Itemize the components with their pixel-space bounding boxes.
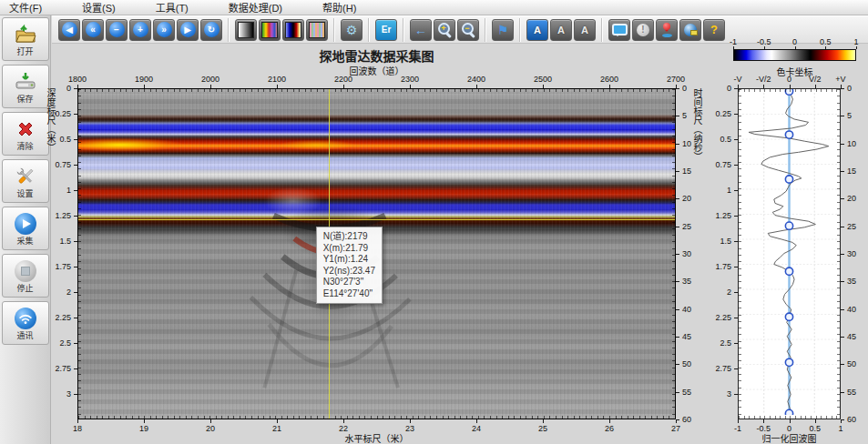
step-forward-button[interactable]: ▶ [177,19,199,41]
chat-bubble-button[interactable] [608,19,630,41]
eraser-er-button[interactable]: Er [375,19,397,41]
tick-label: 60 [682,415,691,424]
tick-label: -V [734,75,742,84]
save-disk-icon [14,70,37,94]
main-bottom-axis-ticks: 18192021222324252627 [77,419,676,434]
tick-mark [676,198,679,199]
tick-mark [676,364,679,365]
tick-label: 0.25 [715,109,731,118]
plus-button[interactable]: + [129,19,151,41]
wifi-icon [15,307,36,330]
tick-label: 27 [671,424,680,433]
step-back-icon: ◀ [62,22,77,37]
sidebar-label-clear: 清除 [16,142,33,151]
colormap-grayscale-button[interactable] [235,19,257,41]
tick-label: 0.5 [720,135,731,144]
toolbar-separator [333,18,335,42]
refresh-button[interactable]: ↻ [200,19,222,41]
alert-info-button[interactable]: ! [632,19,654,41]
fast-forward-button[interactable]: » [153,19,175,41]
menu-item-tools[interactable]: 工具(T) [152,0,192,15]
gpr-acquisition-app: 文件(F)设置(S)工具(T)数据处理(D)帮助(H) ◀«−+»▶↻⚙Er←+… [0,0,868,444]
sidebar-button-stop[interactable]: 停止 [2,254,49,298]
tick-label: 3 [66,389,71,399]
sidebar-label-comm: 通讯 [16,331,33,340]
colormap-polarity-button[interactable] [282,19,304,41]
map-pin-button[interactable] [656,19,678,41]
zoom-out-button[interactable]: − [457,19,479,41]
sidebar-button-open[interactable]: 打开 [2,17,49,61]
flag-marker-icon: ⚑ [497,24,509,36]
gain-marker [785,358,792,366]
tick-label: 0 [727,84,731,93]
tick-label: 2400 [467,75,485,84]
tick-mark [841,198,844,199]
globe-sync-button[interactable] [679,19,701,41]
tick-label: 0.75 [715,160,731,169]
tick-label: 55 [682,388,691,397]
menu-item-file[interactable]: 文件(F) [5,0,46,15]
sidebar-button-comm[interactable]: 通讯 [2,301,49,345]
stop-icon [15,259,36,283]
colormap-pastel-button[interactable] [306,19,328,41]
marker-a-active-button[interactable]: A [526,19,548,41]
tick-mark [841,144,844,145]
toolbar-separator [368,18,370,42]
undo-arrow-button[interactable]: ← [410,19,432,41]
tick-label: 45 [682,332,691,341]
tooltip-line: E114°27'40" [323,288,375,300]
tick-label: 1 [853,37,858,46]
toolbar-separator [601,18,603,42]
minus-icon: − [109,22,125,37]
sidebar-button-save[interactable]: 保存 [2,65,49,108]
radar-bscan-plot[interactable]: N(道):2179X(m):21.79Y1(m):1.24Y2(ns):23.4… [77,88,676,419]
tick-mark [676,254,679,255]
sidebar-button-clear[interactable]: 清除 [2,112,49,156]
tick-mark [476,419,477,423]
menu-item-settings[interactable]: 设置(S) [78,0,119,15]
tooltip-line: N30°27'3" [323,277,375,288]
tick-mark [738,419,739,423]
tick-mark [609,419,610,423]
flag-marker-button[interactable]: ⚑ [492,19,514,41]
crosshair-horizontal-line [78,219,675,220]
tick-label: 2.75 [55,364,71,373]
step-back-button[interactable]: ◀ [58,19,80,41]
tick-label: 30 [847,249,856,258]
tick-label: -V/2 [756,75,771,84]
trace-settings-button[interactable]: ⚙ [341,19,363,41]
tick-mark [77,419,78,423]
sidebar-button-settings[interactable]: 设置 [2,159,49,203]
tick-mark [676,419,677,423]
zoom-in-button[interactable]: + [434,19,455,41]
tick-label: 40 [682,305,691,314]
plus-icon: + [133,22,148,37]
tick-label: 22 [339,424,348,433]
marker-a-3-button[interactable]: A [574,19,596,41]
clear-x-icon [15,117,36,141]
menu-item-help[interactable]: 帮助(H) [319,0,360,15]
tick-mark [856,46,857,49]
toolbar-separator [519,18,521,42]
tick-mark [676,309,679,310]
tick-mark [676,88,679,89]
tick-label: 2.5 [720,338,731,348]
tick-mark [841,281,844,282]
tick-label: 23 [405,424,414,433]
tick-label: 0.5 [59,135,71,144]
sidebar-button-acquire[interactable]: 采集 [2,207,49,250]
step-forward-icon: ▶ [180,22,196,37]
colormap-rainbow-button[interactable] [259,19,281,41]
tick-mark [676,171,679,172]
menu-item-data-processing[interactable]: 数据处理(D) [225,0,286,15]
gain-marker [785,267,792,275]
marker-a-2-button[interactable]: A [550,19,572,41]
minus-button[interactable]: − [106,19,128,41]
toolbar-group [231,19,332,41]
tick-label: 35 [682,277,691,286]
tick-label: 5 [847,111,852,120]
help-button[interactable]: ? [703,19,725,41]
tick-mark [277,419,278,423]
fast-forward-icon: » [157,22,172,37]
rewind-button[interactable]: « [82,19,104,41]
